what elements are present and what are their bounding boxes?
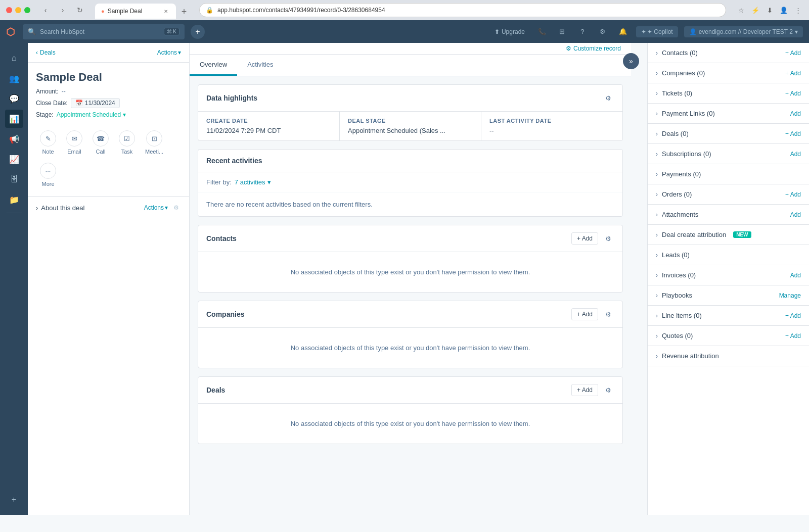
copilot-button[interactable]: ✦ ✦ Copilot bbox=[636, 26, 678, 37]
new-tab-button[interactable]: + bbox=[177, 5, 191, 19]
right-panel-orders[interactable]: › Orders (0) + Add bbox=[648, 184, 809, 205]
content-with-sidebar: ⚙ Customize record Overview Activities bbox=[190, 43, 809, 515]
extensions-icon[interactable]: ⚡ bbox=[750, 5, 760, 15]
settings-icon[interactable]: ⚙ bbox=[596, 25, 610, 39]
email-button[interactable]: ✉ Email bbox=[62, 127, 86, 158]
download-icon[interactable]: ⬇ bbox=[765, 5, 775, 15]
search-shortcut: ⌘ K bbox=[164, 28, 179, 35]
about-actions-button[interactable]: Actions ▾ bbox=[144, 204, 168, 211]
marketplace-icon[interactable]: ⊞ bbox=[555, 25, 569, 39]
right-panel-attachments[interactable]: › Attachments Add bbox=[648, 205, 809, 225]
right-contacts-add[interactable]: + Add bbox=[785, 50, 801, 57]
tab-close-button[interactable]: ✕ bbox=[162, 7, 170, 15]
right-companies-add[interactable]: + Add bbox=[785, 70, 801, 77]
data-highlights-settings-icon[interactable]: ⚙ bbox=[602, 92, 614, 104]
phone-icon[interactable]: 📞 bbox=[535, 25, 549, 39]
tickets-chevron-icon: › bbox=[656, 90, 658, 97]
right-quotes-add[interactable]: + Add bbox=[785, 332, 801, 340]
create-button[interactable]: + bbox=[191, 25, 205, 39]
hubspot-logo[interactable]: ⬡ bbox=[6, 26, 15, 38]
attribution-chevron-icon: › bbox=[656, 231, 658, 238]
close-date-picker[interactable]: 📅 11/30/2024 bbox=[71, 98, 120, 108]
address-bar[interactable]: 🔒 app.hubspot.com/contacts/47934991/reco… bbox=[199, 3, 726, 17]
sidebar-icon-deals[interactable]: 📊 bbox=[5, 110, 23, 128]
contacts-settings-icon[interactable]: ⚙ bbox=[602, 232, 614, 245]
right-panel-payment-links[interactable]: › Payment Links (0) Add bbox=[648, 104, 809, 124]
more-button[interactable]: ··· More bbox=[36, 160, 60, 190]
reload-button[interactable]: ↻ bbox=[73, 3, 87, 17]
filter-chevron-icon: ▾ bbox=[267, 178, 271, 186]
call-button[interactable]: ☎ Call bbox=[88, 127, 113, 158]
browser-tab[interactable]: ● Sample Deal ✕ bbox=[95, 4, 176, 19]
minimize-window-btn[interactable] bbox=[15, 7, 21, 13]
expand-panel-button[interactable]: » bbox=[623, 53, 639, 69]
sidebar-icon-files[interactable]: 📁 bbox=[5, 190, 23, 209]
sidebar-icon-marketing[interactable]: 📢 bbox=[5, 130, 23, 148]
back-button[interactable]: ‹ bbox=[38, 3, 53, 17]
account-button[interactable]: 👤 evendigo.com // Developer TEST 2 ▾ bbox=[684, 26, 803, 37]
customize-record-button[interactable]: ⚙ Customize record bbox=[566, 45, 621, 52]
task-button[interactable]: ☑ Task bbox=[115, 127, 139, 158]
right-panel-contacts[interactable]: › Contacts (0) + Add bbox=[648, 43, 809, 63]
right-panel-quotes[interactable]: › Quotes (0) + Add bbox=[648, 326, 809, 346]
right-tickets-add[interactable]: + Add bbox=[785, 90, 801, 97]
right-deals-add[interactable]: + Add bbox=[785, 130, 801, 137]
right-line-items-add[interactable]: + Add bbox=[785, 312, 801, 319]
sidebar-icon-home[interactable]: ⌂ bbox=[5, 49, 23, 67]
meeting-button[interactable]: ⊡ Meeti... bbox=[141, 127, 167, 158]
right-payment-links-add[interactable]: Add bbox=[790, 110, 801, 117]
right-panel-revenue-attribution[interactable]: › Revenue attribution bbox=[648, 346, 809, 366]
right-orders-add[interactable]: + Add bbox=[785, 191, 801, 198]
contacts-section-title: Contacts bbox=[206, 234, 237, 243]
right-invoices-add[interactable]: Add bbox=[790, 272, 801, 279]
sidebar-icon-reports[interactable]: 📈 bbox=[5, 150, 23, 168]
right-panel-deal-create-attribution[interactable]: › Deal create attribution NEW bbox=[648, 225, 809, 245]
menu-icon[interactable]: ⋮ bbox=[793, 5, 803, 15]
help-icon[interactable]: ? bbox=[575, 25, 590, 39]
right-panel-invoices[interactable]: › Invoices (0) Add bbox=[648, 265, 809, 285]
top-navigation: ⬡ 🔍 Search HubSpot ⌘ K + ⬆ Upgrade 📞 ⊞ ?… bbox=[0, 20, 809, 43]
right-attachments-add[interactable]: Add bbox=[790, 211, 801, 218]
attachments-chevron-icon: › bbox=[656, 211, 658, 218]
right-panel-playbooks[interactable]: › Playbooks Manage bbox=[648, 285, 809, 306]
note-button[interactable]: ✎ Note bbox=[36, 127, 60, 158]
sidebar-icon-conversations[interactable]: 💬 bbox=[5, 89, 23, 108]
deal-title: Sample Deal bbox=[28, 63, 189, 88]
deals-settings-icon[interactable]: ⚙ bbox=[602, 384, 614, 396]
right-panel-deals[interactable]: › Deals (0) + Add bbox=[648, 124, 809, 144]
contacts-add-button[interactable]: + Add bbox=[571, 232, 598, 245]
stage-selector[interactable]: Appointment Scheduled ▾ bbox=[57, 111, 126, 118]
maximize-window-btn[interactable] bbox=[24, 7, 30, 13]
activities-filter-button[interactable]: 7 activities ▾ bbox=[235, 178, 271, 186]
tab-activities[interactable]: Activities bbox=[237, 55, 283, 76]
companies-add-button[interactable]: + Add bbox=[571, 308, 598, 320]
about-settings-icon[interactable]: ⚙ bbox=[171, 203, 181, 213]
right-panel-subscriptions[interactable]: › Subscriptions (0) Add bbox=[648, 144, 809, 164]
right-panel-payments[interactable]: › Payments (0) bbox=[648, 164, 809, 184]
forward-button[interactable]: › bbox=[56, 3, 70, 17]
profile-icon[interactable]: 👤 bbox=[779, 5, 789, 15]
quotes-chevron-icon: › bbox=[656, 332, 658, 340]
about-deal-toggle[interactable]: › About this deal bbox=[36, 204, 84, 212]
bookmark-icon[interactable]: ☆ bbox=[736, 5, 746, 15]
highlight-create-date-label: CREATE DATE bbox=[206, 118, 331, 124]
sidebar-icon-add[interactable]: + bbox=[5, 491, 23, 509]
search-bar[interactable]: 🔍 Search HubSpot ⌘ K bbox=[23, 24, 185, 39]
upgrade-button[interactable]: ⬆ Upgrade bbox=[490, 28, 529, 35]
contacts-section: Contacts + Add ⚙ No associated objects o… bbox=[198, 225, 623, 293]
back-to-deals-link[interactable]: ‹ Deals bbox=[36, 49, 56, 56]
deals-add-button[interactable]: + Add bbox=[571, 384, 598, 396]
companies-settings-icon[interactable]: ⚙ bbox=[602, 308, 614, 320]
right-playbooks-manage[interactable]: Manage bbox=[779, 292, 801, 299]
right-panel-companies[interactable]: › Companies (0) + Add bbox=[648, 63, 809, 83]
right-panel-tickets[interactable]: › Tickets (0) + Add bbox=[648, 83, 809, 104]
close-window-btn[interactable] bbox=[6, 7, 12, 13]
right-panel-line-items[interactable]: › Line items (0) + Add bbox=[648, 306, 809, 326]
sidebar-icon-data[interactable]: 🗄 bbox=[5, 170, 23, 188]
header-actions-button[interactable]: Actions ▾ bbox=[157, 49, 181, 56]
right-subscriptions-add[interactable]: Add bbox=[790, 151, 801, 158]
sidebar-icon-contacts[interactable]: 👥 bbox=[5, 69, 23, 87]
right-panel-leads[interactable]: › Leads (0) bbox=[648, 245, 809, 265]
tab-overview[interactable]: Overview bbox=[190, 55, 237, 76]
notifications-icon[interactable]: 🔔 bbox=[616, 25, 630, 39]
